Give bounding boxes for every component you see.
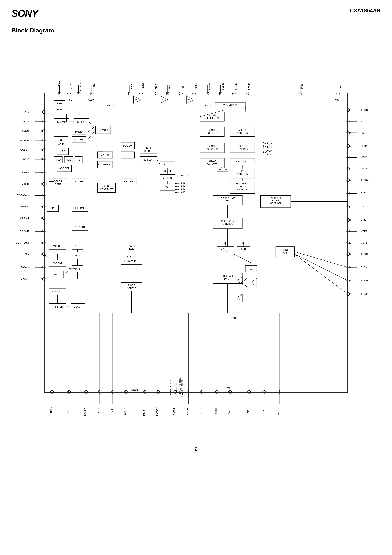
svg-text:AGCADJ: AGCADJ [84,407,87,417]
svg-text:58: 58 [41,205,44,208]
diagram-svg: 48 REG 47 46 45 44 43 42 [16,40,376,438]
svg-text:AGCTC: AGCTC [97,407,100,416]
svg-text:DECODER: DECODER [236,160,248,163]
svg-text:G OUT: G OUT [168,82,171,90]
svg-text:20: 20 [348,253,351,255]
svg-text:TEST7: TEST7 [234,83,237,90]
svg-text:KILLER: KILLER [128,248,136,250]
svg-text:SUB: SUB [146,147,151,149]
svg-text:REG: REG [57,80,60,86]
svg-text:Vss: Vss [228,409,231,414]
svg-text:RGB GAIN: RGB GAIN [143,159,154,161]
svg-line-490 [294,252,348,267]
svg-text:INT/EXT: INT/EXT [77,121,86,123]
svg-line-477 [88,126,96,132]
svg-text:COUNTER: COUNTER [218,168,227,171]
svg-text:XCLR: XCLR [58,143,64,146]
svg-text:Vcc1: Vcc1 [70,83,73,89]
svg-text:PAL ID: PAL ID [75,130,83,133]
svg-text:31: 31 [348,120,351,123]
svg-text:XVXO: XVXO [22,158,29,161]
svg-text:BRIGHT: BRIGHT [163,176,172,179]
svg-text:S/R: S/R [283,252,287,255]
svg-text:CONTRAST: CONTRAST [100,188,113,191]
svg-text:RGT: RGT [301,84,304,89]
svg-text:DL 2: DL 2 [75,254,80,257]
svg-text:24: 24 [348,205,351,208]
svg-text:VCK2: VCK2 [361,230,367,233]
svg-text:SYNC SEP: SYNC SEP [52,290,64,293]
svg-text:59: 59 [41,217,44,219]
svg-text:B-YIN: B-YIN [22,110,29,113]
svg-text:→ BLK: → BLK [264,153,271,156]
svg-text:SH1 →: SH1 → [181,182,188,184]
svg-text:AGG DET: AGG DET [52,245,63,248]
svg-text:V-SYNC SEP: V-SYNC SEP [223,104,237,107]
svg-text:TEST6: TEST6 [248,83,251,90]
svg-text:EXT-B: EXT-B [199,408,202,415]
svg-text:18: 18 [348,280,351,282]
svg-text:21: 21 [348,242,351,244]
svg-text:H-POS: H-POS [239,170,246,173]
svg-text:17: 17 [348,293,351,295]
svg-text:S/H: S/H [166,186,170,189]
svg-text:SPAL/CPAL/NTSC: SPAL/CPAL/NTSC [181,380,183,397]
svg-text:RGB-GAIN: RGB-GAIN [17,194,29,197]
svg-text:LPF: LPF [125,153,130,156]
svg-text:DECODER: DECODER [206,148,218,151]
svg-text:V-CTL: V-CTL [209,129,215,131]
svg-text:PULSE GEN: PULSE GEN [236,188,248,190]
svg-text:MODE1: MODE1 [143,407,145,416]
svg-text:35: 35 [245,92,248,95]
section-title: Block Diagram [11,27,381,34]
svg-text:COMP: COMP [224,278,231,281]
svg-text:GAMMA2: GAMMA2 [19,205,29,208]
page-number: – 2 – [11,446,381,452]
svg-text:TEST4: TEST4 [361,179,369,182]
svg-text:27: 27 [348,168,351,170]
svg-text:PAL PULSE: PAL PULSE [270,197,282,199]
svg-text:23: 23 [348,219,351,221]
svg-text:51: 51 [41,130,44,132]
svg-text:EQP: EQP [263,141,268,144]
svg-text:R-BRT: R-BRT [22,171,29,174]
svg-text:TEST3: TEST3 [361,253,369,256]
svg-text:R-GAIN: R-GAIN [21,266,29,269]
svg-text:SH1: SH1 [174,182,179,185]
svg-text:ELIM &: ELIM & [272,199,279,202]
svg-text:DECODER &: DECODER & [236,183,249,185]
svg-text:EN: EN [361,205,364,208]
svg-marker-515 [237,294,242,302]
svg-text:VCK1: VCK1 [361,219,367,221]
svg-line-438 [157,160,160,164]
svg-text:VD: VD [361,120,364,123]
svg-text:42: 42 [152,92,155,95]
svg-text:ACC DET: ACC DET [59,167,69,170]
svg-text:AUX-V: AUX-V [209,160,216,163]
svg-text:FIELD & LINE: FIELD & LINE [220,197,235,200]
svg-text:B-BRT: B-BRT [22,183,29,185]
svg-text:64: 64 [41,278,44,280]
svg-text:38: 38 [205,92,208,95]
svg-text:EXT-G: EXT-G [186,408,189,415]
svg-text:36: 36 [232,92,234,95]
svg-text:R OUT: R OUT [195,83,197,90]
svg-text:48: 48 [58,92,60,95]
svg-text:HCK1: HCK1 [361,145,368,147]
svg-text:2: 2 [68,391,69,393]
svg-text:56: 56 [41,183,44,185]
svg-text:TEST5: TEST5 [361,109,369,111]
svg-text:BLK: BLK [263,151,268,153]
svg-text:40: 40 [179,92,181,95]
svg-text:HD: HD [361,131,364,134]
svg-text:H-SYNC DET: H-SYNC DET [125,256,139,258]
svg-text:34: 34 [298,92,301,95]
svg-marker-514 [237,277,242,285]
svg-line-484 [44,254,49,260]
block-diagram: 48 REG 47 46 45 44 43 42 [16,40,376,438]
svg-text:RESET GEN: RESET GEN [205,117,218,119]
svg-text:43: 43 [139,92,141,95]
svg-text:61: 61 [41,242,44,244]
svg-text:TEST1: TEST1 [361,292,369,295]
svg-text:39: 39 [192,92,195,95]
